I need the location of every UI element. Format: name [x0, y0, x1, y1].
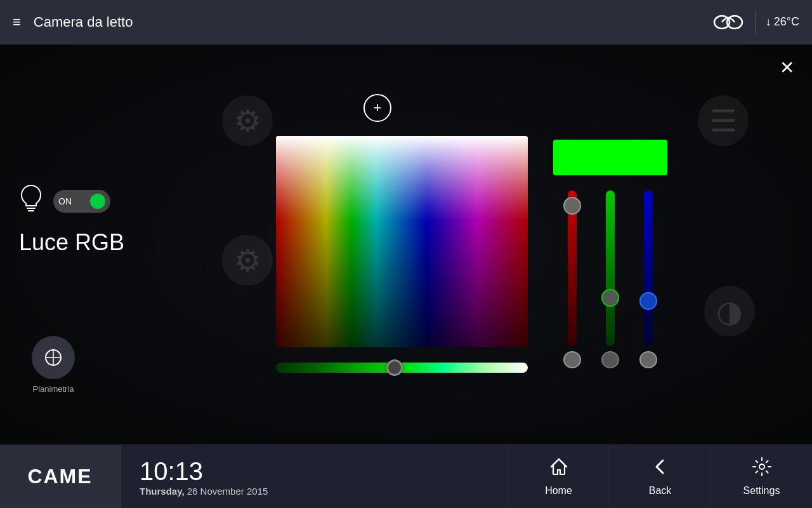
page-title: Camera da letto — [34, 14, 712, 30]
day-label: Thursday, — [140, 486, 185, 497]
hamburger-icon[interactable]: ≡ — [13, 14, 21, 30]
temp-arrow: ↓ — [766, 15, 771, 29]
planimetria-icon — [32, 336, 75, 379]
came-text: CAME — [27, 465, 92, 488]
temperature-value: 26°C — [774, 15, 799, 29]
red-slider-bottom — [563, 351, 581, 368]
color-preview — [553, 140, 667, 175]
blue-slider-bottom — [639, 351, 657, 368]
cursor-container: + — [276, 108, 528, 136]
temperature-display: ↓ 26°C — [766, 15, 799, 29]
settings-label: Settings — [743, 485, 780, 497]
home-icon — [549, 457, 569, 481]
bulb-row: ON — [19, 184, 124, 218]
blue-slider-track — [644, 190, 653, 346]
toggle-switch[interactable]: ON — [53, 190, 110, 213]
bulb-icon — [19, 184, 43, 218]
back-icon — [650, 457, 671, 481]
color-gradient[interactable] — [276, 136, 528, 347]
close-button[interactable]: ✕ — [774, 55, 799, 80]
nav-buttons: Home Back Settings — [508, 445, 812, 509]
toggle-dot — [90, 194, 105, 209]
hue-cursor[interactable]: + — [363, 94, 391, 122]
came-logo: CAME — [0, 445, 121, 509]
device-name: Luce RGB — [19, 229, 124, 256]
red-slider-wrap[interactable] — [563, 190, 581, 368]
planimetria-button[interactable]: Planimetria — [32, 336, 75, 394]
green-slider-track — [606, 190, 615, 346]
green-slider-thumb[interactable] — [601, 289, 619, 307]
time-section: 10:13 Thursday, 26 November 2015 — [121, 457, 508, 497]
color-gradient-inner — [276, 136, 528, 347]
back-label: Back — [649, 485, 672, 497]
sliders-panel — [553, 140, 667, 368]
green-slider-wrap[interactable] — [601, 190, 619, 368]
hue-slider[interactable] — [276, 358, 528, 378]
color-picker-panel[interactable]: + — [276, 108, 528, 378]
red-slider-track — [568, 190, 577, 346]
home-label: Home — [545, 485, 572, 497]
svg-point-5 — [759, 464, 764, 469]
main-area: ⚙ ⚙ ☰ ◑ ✕ ON Luce RGB + — [0, 44, 812, 444]
vertical-sliders — [563, 190, 657, 368]
toggle-label: ON — [58, 196, 72, 206]
date-value: 26 November 2015 — [187, 486, 268, 497]
top-right-area: ↓ 26°C — [712, 8, 799, 36]
time-display: 10:13 — [140, 457, 488, 486]
wifi-icon — [712, 8, 745, 36]
settings-icon — [752, 457, 772, 481]
left-panel: ON Luce RGB — [19, 184, 124, 256]
top-bar: ≡ Camera da letto ↓ 26°C — [0, 0, 812, 44]
hue-slider-thumb[interactable] — [386, 359, 403, 376]
nav-back-button[interactable]: Back — [609, 445, 710, 509]
blue-slider-wrap[interactable] — [639, 190, 657, 368]
green-slider-bottom — [601, 351, 619, 368]
planimetria-label: Planimetria — [32, 384, 74, 394]
date-display: Thursday, 26 November 2015 — [140, 486, 488, 497]
blue-slider-thumb[interactable] — [639, 292, 657, 310]
nav-settings-button[interactable]: Settings — [710, 445, 812, 509]
bottom-bar: CAME 10:13 Thursday, 26 November 2015 Ho… — [0, 444, 812, 508]
red-slider-thumb[interactable] — [563, 197, 581, 215]
nav-home-button[interactable]: Home — [508, 445, 609, 509]
divider — [755, 11, 756, 34]
